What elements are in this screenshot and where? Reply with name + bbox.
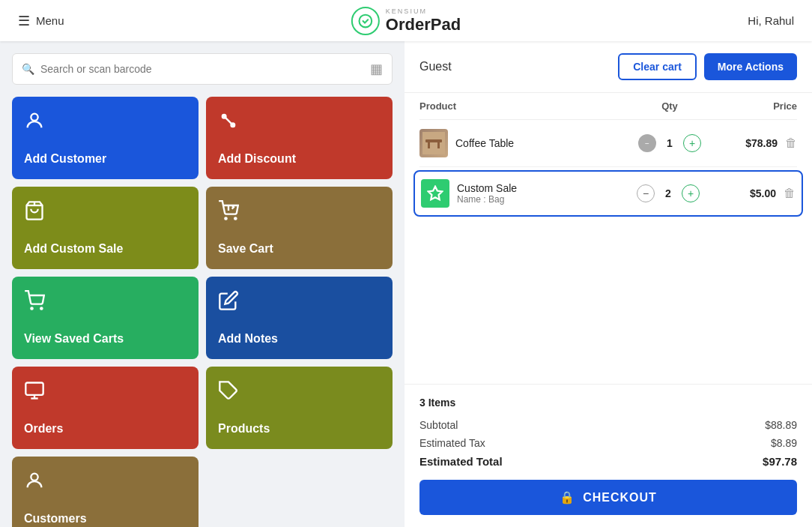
view-saved-carts-label: View Saved Carts <box>24 332 187 346</box>
total-value: $97.78 <box>763 455 797 468</box>
svg-line-2 <box>222 115 234 127</box>
tax-label: Estimated Tax <box>419 437 485 449</box>
product-name: Coffee Table <box>455 137 514 149</box>
logo-text: KENSIUM OrderPad <box>386 7 461 34</box>
svg-rect-11 <box>25 383 43 395</box>
logo: KENSIUM OrderPad <box>351 7 461 35</box>
customers-icon <box>24 470 187 496</box>
product-details: Coffee Table <box>455 137 514 149</box>
checkout-bar: 🔒 CHECKOUT <box>405 471 812 527</box>
barcode-icon: ▦ <box>370 61 383 77</box>
svg-rect-17 <box>425 139 442 142</box>
logo-name: OrderPad <box>386 15 461 34</box>
qty-column-header: Qty <box>632 100 707 112</box>
add-customer-icon <box>24 110 187 136</box>
add-customer-tile[interactable]: Add Customer <box>12 97 199 179</box>
price-column-header: Price <box>707 100 797 112</box>
svg-point-8 <box>234 217 236 219</box>
header: ☰ Menu KENSIUM OrderPad Hi, Rahul <box>0 0 812 41</box>
svg-point-0 <box>360 14 372 27</box>
clear-cart-button[interactable]: Clear cart <box>618 53 697 80</box>
items-count: 3 Items <box>419 397 797 409</box>
customers-section: Customers <box>12 457 199 527</box>
cart-actions: Clear cart More Actions <box>618 53 797 80</box>
svg-marker-20 <box>428 187 442 199</box>
add-discount-icon <box>218 110 381 136</box>
subtotal-label: Subtotal <box>419 419 458 431</box>
product-details: Custom Sale Name : Bag <box>457 182 517 205</box>
price-cell: $78.89 🗑 <box>707 136 797 150</box>
checkout-button[interactable]: 🔒 CHECKOUT <box>419 480 797 515</box>
product-info: Custom Sale Name : Bag <box>421 179 631 208</box>
table-row: Coffee Table − 1 + $78.89 🗑 <box>419 120 797 167</box>
add-notes-tile[interactable]: Add Notes <box>206 277 393 359</box>
search-input[interactable] <box>40 63 370 75</box>
menu-button[interactable]: ☰ Menu <box>18 13 64 29</box>
subtotal-value: $88.89 <box>765 419 797 431</box>
svg-rect-19 <box>437 142 440 148</box>
subtotal-row: Subtotal $88.89 <box>419 416 797 434</box>
svg-point-7 <box>225 217 226 219</box>
right-panel: Guest Clear cart More Actions Product Qt… <box>405 41 812 527</box>
more-actions-button[interactable]: More Actions <box>704 53 797 80</box>
save-cart-icon <box>218 200 381 226</box>
qty-decrease-button[interactable]: − <box>637 184 655 202</box>
qty-control: − 1 + <box>632 134 707 152</box>
product-thumbnail <box>421 179 449 208</box>
main-layout: 🔍 ▦ Add Customer Add Disc <box>0 41 812 527</box>
orders-tile[interactable]: Orders <box>12 367 199 449</box>
search-bar: 🔍 ▦ <box>12 53 393 85</box>
add-custom-sale-label: Add Custom Sale <box>24 242 187 256</box>
price-cell: $5.00 🗑 <box>706 187 796 200</box>
svg-rect-18 <box>428 142 430 148</box>
total-label: Estimated Total <box>419 455 503 468</box>
logo-brand: KENSIUM <box>386 7 461 15</box>
add-notes-icon <box>218 290 381 316</box>
qty-control: − 2 + <box>631 184 706 202</box>
price-value: $5.00 <box>750 187 776 199</box>
product-column-header: Product <box>419 100 632 112</box>
view-saved-carts-tile[interactable]: View Saved Carts <box>12 277 199 359</box>
view-saved-carts-icon <box>24 290 187 316</box>
svg-rect-16 <box>422 132 445 154</box>
products-label: Products <box>218 422 381 436</box>
cart-header: Guest Clear cart More Actions <box>405 41 812 93</box>
qty-decrease-button[interactable]: − <box>638 134 656 152</box>
price-value: $78.89 <box>745 137 778 149</box>
product-info: Coffee Table <box>419 129 632 157</box>
tax-row: Estimated Tax $8.89 <box>419 434 797 452</box>
orders-label: Orders <box>24 422 187 436</box>
products-tile[interactable]: Products <box>206 367 393 449</box>
delete-item-button[interactable]: 🗑 <box>785 136 797 150</box>
user-greeting: Hi, Rahul <box>748 14 794 27</box>
add-discount-tile[interactable]: Add Discount <box>206 97 393 179</box>
qty-increase-button[interactable]: + <box>683 134 701 152</box>
menu-label: Menu <box>36 14 64 27</box>
save-cart-label: Save Cart <box>218 242 381 256</box>
add-custom-sale-tile[interactable]: Add Custom Sale <box>12 187 199 269</box>
products-icon <box>218 380 381 406</box>
add-custom-sale-icon <box>24 200 187 226</box>
orders-icon <box>24 380 187 406</box>
delete-item-button[interactable]: 🗑 <box>784 187 796 200</box>
customers-label: Customers <box>24 512 187 526</box>
product-name: Custom Sale <box>457 182 517 194</box>
logo-icon <box>351 7 380 35</box>
add-discount-label: Add Discount <box>218 152 381 166</box>
cart-table: Product Qty Price <box>405 93 812 384</box>
qty-increase-button[interactable]: + <box>682 184 700 202</box>
add-notes-label: Add Notes <box>218 332 381 346</box>
qty-value: 1 <box>662 137 677 149</box>
customers-tile[interactable]: Customers <box>12 457 199 527</box>
hamburger-icon: ☰ <box>18 13 30 29</box>
cart-column-headers: Product Qty Price <box>419 93 797 120</box>
tax-value: $8.89 <box>771 437 797 449</box>
custom-sale-image <box>421 179 449 208</box>
cart-summary: 3 Items Subtotal $88.89 Estimated Tax $8… <box>405 384 812 471</box>
svg-point-1 <box>31 114 37 121</box>
checkout-label: CHECKOUT <box>583 491 657 505</box>
save-cart-tile[interactable]: Save Cart <box>206 187 393 269</box>
lock-icon: 🔒 <box>560 490 575 505</box>
guest-label: Guest <box>419 60 452 73</box>
qty-value: 2 <box>661 187 676 199</box>
